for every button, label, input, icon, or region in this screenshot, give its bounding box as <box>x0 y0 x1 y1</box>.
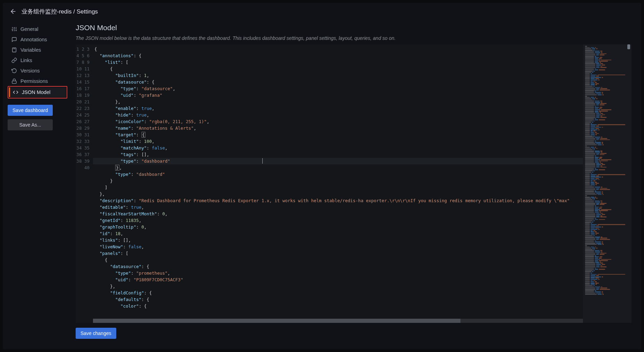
sidebar-item-general[interactable]: General <box>8 24 67 34</box>
sidebar-item-label: General <box>20 26 39 32</box>
save-as-button[interactable]: Save As... <box>8 119 53 130</box>
link-icon <box>11 58 17 63</box>
lock-icon <box>11 78 17 84</box>
minimap-viewport[interactable] <box>627 44 630 49</box>
section-title: JSON Model <box>76 24 632 32</box>
code-icon <box>13 89 18 95</box>
editor-gutter: 1 2 3 4 5 6 7 8 9 10 11 12 13 14 15 16 1… <box>76 44 93 323</box>
editor-code[interactable]: { "annotations": { "list": [ { "builtIn"… <box>93 44 583 323</box>
highlight-box: JSON Model <box>8 86 67 98</box>
header: 业务组件监控-redis / Settings <box>3 3 641 20</box>
back-arrow-icon[interactable] <box>10 8 17 15</box>
sidebar-item-json-model[interactable]: JSON Model <box>9 87 66 97</box>
sidebar-item-label: Annotations <box>20 37 47 42</box>
main-content: JSON Model The JSON model below is the d… <box>72 20 641 349</box>
comment-icon <box>11 37 17 42</box>
svg-rect-18 <box>12 81 16 83</box>
section-subtitle: The JSON model below is the data structu… <box>76 35 632 41</box>
settings-sidebar: General Annotations Variables Links Vers… <box>3 20 72 349</box>
save-dashboard-button[interactable]: Save dashboard <box>8 105 53 116</box>
sliders-icon <box>11 26 17 32</box>
history-icon <box>11 68 17 74</box>
sidebar-item-annotations[interactable]: Annotations <box>8 35 67 44</box>
editor-hscrollbar-thumb[interactable] <box>93 319 460 323</box>
editor-hscrollbar[interactable] <box>93 319 583 323</box>
sidebar-item-label: Permissions <box>20 78 48 84</box>
json-editor[interactable]: 1 2 3 4 5 6 7 8 9 10 11 12 13 14 15 16 1… <box>76 44 632 323</box>
editor-minimap[interactable] <box>583 44 632 323</box>
svg-rect-10 <box>12 48 16 52</box>
sidebar-item-label: Versions <box>20 68 40 74</box>
calculator-icon <box>11 47 17 53</box>
sidebar-item-versions[interactable]: Versions <box>8 66 67 76</box>
page-title: 业务组件监控-redis / Settings <box>22 8 98 16</box>
sidebar-item-label: JSON Model <box>22 89 50 95</box>
sidebar-item-variables[interactable]: Variables <box>8 45 67 55</box>
sidebar-item-label: Links <box>20 58 32 63</box>
sidebar-item-links[interactable]: Links <box>8 55 67 65</box>
sidebar-item-permissions[interactable]: Permissions <box>8 76 67 86</box>
sidebar-item-label: Variables <box>20 47 41 53</box>
save-changes-button[interactable]: Save changes <box>76 328 116 339</box>
